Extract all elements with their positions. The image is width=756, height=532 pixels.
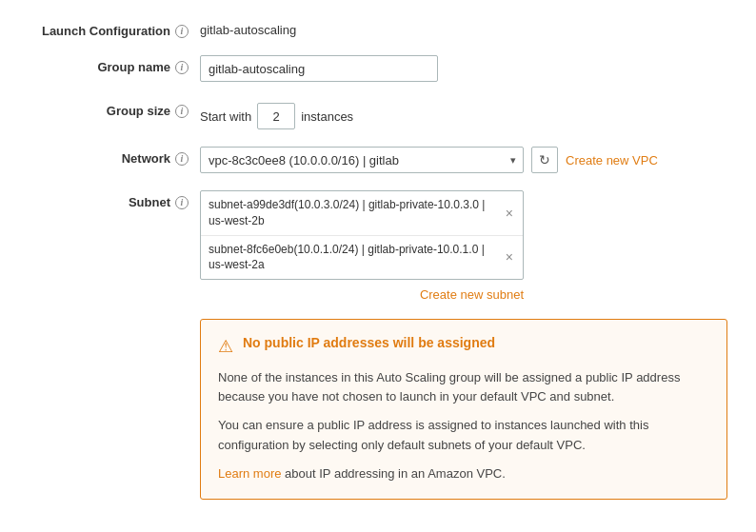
subnet-item: subnet-a99de3df(10.0.3.0/24) | gitlab-pr… xyxy=(201,191,523,236)
subnet-multiselect: subnet-a99de3df(10.0.3.0/24) | gitlab-pr… xyxy=(200,190,524,280)
launch-config-static-value: gitlab-autoscaling xyxy=(200,19,296,37)
network-row: Network i vpc-8c3c0ee8 (10.0.0.0/16) | g… xyxy=(29,147,727,173)
network-select[interactable]: vpc-8c3c0ee8 (10.0.0.0/16) | gitlab xyxy=(200,147,524,173)
warning-title: No public IP addresses will be assigned xyxy=(243,335,495,350)
subnet-remove-2-button[interactable]: × xyxy=(504,250,515,264)
subnet-info-icon[interactable]: i xyxy=(175,196,189,209)
group-name-label: Group name i xyxy=(29,55,200,74)
launch-configuration-label: Launch Configuration i xyxy=(29,19,200,38)
subnet-value: subnet-a99de3df(10.0.3.0/24) | gitlab-pr… xyxy=(200,190,727,302)
network-select-wrapper: vpc-8c3c0ee8 (10.0.0.0/16) | gitlab ▾ xyxy=(200,147,524,173)
create-vpc-link[interactable]: Create new VPC xyxy=(566,153,658,167)
group-size-info-icon[interactable]: i xyxy=(175,105,189,118)
warning-header: ⚠ No public IP addresses will be assigne… xyxy=(218,335,709,357)
group-size-prefix: Start with xyxy=(200,109,251,124)
group-size-suffix: instances xyxy=(301,109,353,124)
refresh-icon: ↻ xyxy=(539,152,550,167)
group-size-input[interactable] xyxy=(257,103,295,129)
network-value: vpc-8c3c0ee8 (10.0.0.0/16) | gitlab ▾ ↻ … xyxy=(200,147,727,173)
form-container: Launch Configuration i gitlab-autoscalin… xyxy=(0,0,756,519)
network-refresh-button[interactable]: ↻ xyxy=(531,147,558,173)
network-label-text: Network xyxy=(122,151,170,166)
group-name-row: Group name i xyxy=(29,55,727,82)
group-name-info-icon[interactable]: i xyxy=(175,61,189,74)
subnet-remove-1-button[interactable]: × xyxy=(504,207,515,220)
warning-paragraph-1: None of the instances in this Auto Scali… xyxy=(218,368,709,406)
group-name-label-text: Group name xyxy=(97,60,170,74)
group-size-value: Start with instances xyxy=(200,99,727,129)
group-size-row: Group size i Start with instances xyxy=(29,99,727,129)
group-size-label-text: Group size xyxy=(107,104,170,118)
group-name-value xyxy=(200,55,727,82)
subnet-actions: Create new subnet xyxy=(200,284,524,302)
network-info-icon[interactable]: i xyxy=(175,152,189,166)
launch-config-value: gitlab-autoscaling xyxy=(200,19,727,37)
warning-body: None of the instances in this Auto Scali… xyxy=(218,368,709,483)
group-name-input[interactable] xyxy=(200,55,438,82)
network-label: Network i xyxy=(29,147,200,166)
subnet-item-text-2: subnet-8fc6e0eb(10.0.1.0/24) | gitlab-pr… xyxy=(209,242,504,274)
launch-configuration-row: Launch Configuration i gitlab-autoscalin… xyxy=(29,19,727,38)
subnet-row: Subnet i subnet-a99de3df(10.0.3.0/24) | … xyxy=(29,190,727,302)
warning-icon: ⚠ xyxy=(218,336,233,357)
subnet-item: subnet-8fc6e0eb(10.0.1.0/24) | gitlab-pr… xyxy=(201,236,523,280)
learn-more-link[interactable]: Learn more xyxy=(218,466,281,481)
warning-paragraph-2: You can ensure a public IP address is as… xyxy=(218,416,709,454)
launch-config-label-text: Launch Configuration xyxy=(42,24,170,38)
group-size-control: Start with instances xyxy=(200,99,353,129)
warning-paragraph-3-suffix: about IP addressing in an Amazon VPC. xyxy=(281,466,505,481)
subnet-item-text-1: subnet-a99de3df(10.0.3.0/24) | gitlab-pr… xyxy=(209,197,504,229)
create-subnet-link[interactable]: Create new subnet xyxy=(420,287,524,302)
subnet-label-text: Subnet xyxy=(129,195,170,209)
warning-box: ⚠ No public IP addresses will be assigne… xyxy=(200,319,727,500)
warning-paragraph-3: Learn more about IP addressing in an Ama… xyxy=(218,464,709,483)
launch-config-info-icon[interactable]: i xyxy=(175,25,189,38)
group-size-label: Group size i xyxy=(29,99,200,118)
subnet-label: Subnet i xyxy=(29,190,200,209)
